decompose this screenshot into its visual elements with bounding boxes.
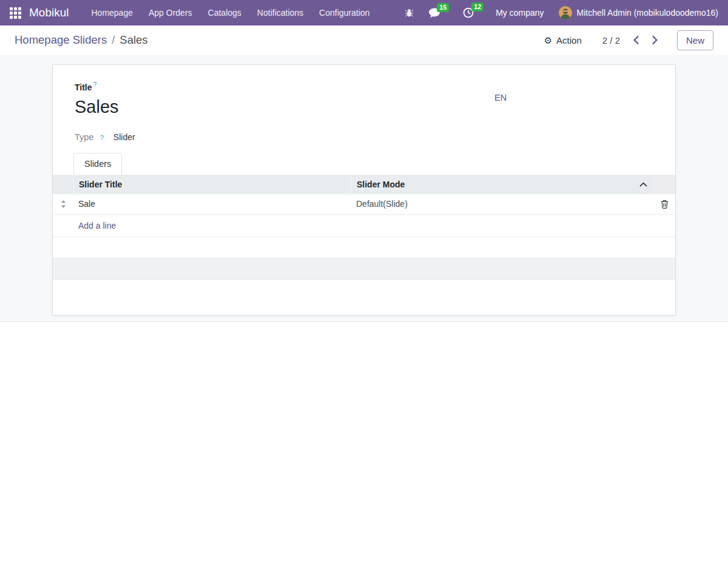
chevron-left-icon: [633, 36, 639, 44]
activities-count-badge: 12: [471, 2, 484, 12]
table-row[interactable]: Sale Default(Slide): [53, 194, 675, 215]
type-field-label: Type: [75, 132, 99, 142]
activities-menu: 12: [463, 7, 474, 18]
nav-item-homepage[interactable]: Homepage: [83, 0, 141, 25]
row-delete-cell: [653, 200, 675, 209]
empty-row: [53, 237, 675, 258]
user-avatar: [559, 6, 572, 19]
apps-menu-button[interactable]: [10, 7, 21, 19]
slider-mode-column-header[interactable]: Slider Mode: [351, 175, 633, 194]
nav-item-configuration[interactable]: Configuration: [311, 0, 377, 25]
user-name: Mitchell Admin (mobikulodoodemo16): [577, 8, 718, 18]
trash-icon: [661, 200, 669, 209]
type-field-value[interactable]: Slider: [113, 132, 135, 142]
title-field-label: Title: [75, 82, 92, 92]
translation-language-badge[interactable]: EN: [494, 93, 507, 103]
nav-item-notifications[interactable]: Notifications: [249, 0, 311, 25]
pager-previous-button[interactable]: [633, 36, 639, 44]
tab-sliders[interactable]: Sliders: [73, 153, 122, 175]
breadcrumb: Homepage Sliders / Sales: [15, 33, 148, 47]
apps-grid-icon: [10, 7, 21, 19]
table-footer-band: [53, 258, 675, 280]
sliders-table-header: Slider Title Slider Mode: [53, 175, 675, 194]
sliders-table: Slider Title Slider Mode: [53, 175, 675, 280]
add-a-line-link[interactable]: Add a line: [78, 221, 116, 230]
nav-item-app-orders[interactable]: App Orders: [141, 0, 200, 25]
title-field-block: Title? Sales: [53, 65, 675, 118]
action-label: Action: [556, 35, 582, 45]
delete-row-button[interactable]: [661, 200, 669, 209]
pager-next-button[interactable]: [652, 36, 658, 44]
drag-handle-icon: [61, 200, 66, 208]
handle-column-header: [53, 175, 73, 194]
breadcrumb-current: Sales: [120, 33, 147, 47]
debug-mode-button[interactable]: [405, 8, 414, 18]
bug-icon: [405, 8, 414, 18]
main-menu: Homepage App Orders Catalogs Notificatio…: [83, 0, 377, 25]
title-help-icon: ?: [93, 81, 97, 88]
messages-count-badge: 15: [437, 3, 449, 12]
type-help-icon: ?: [100, 134, 104, 141]
chevron-right-icon: [652, 36, 658, 44]
gear-icon: ⚙: [544, 36, 552, 45]
optional-columns-cell: [633, 175, 653, 194]
delete-column-header: [653, 175, 675, 194]
title-field-value[interactable]: Sales: [75, 97, 675, 117]
row-drag-handle[interactable]: [53, 200, 73, 208]
control-panel-right: ⚙ Action 2 / 2 New: [544, 30, 713, 50]
slider-title-column-header[interactable]: Slider Title: [73, 175, 351, 194]
content-area: Title? Sales EN Type? Slider Sliders Sli…: [0, 55, 728, 322]
pager-counter: 2 / 2: [602, 35, 620, 45]
top-navbar: Mobikul Homepage App Orders Catalogs Not…: [0, 0, 728, 25]
action-menu-button[interactable]: ⚙ Action: [544, 35, 582, 45]
add-line-row: Add a line: [53, 215, 675, 237]
user-menu[interactable]: Mitchell Admin (mobikulodoodemo16): [559, 6, 718, 19]
breadcrumb-separator: /: [112, 33, 115, 47]
company-switcher[interactable]: My company: [496, 8, 544, 18]
type-field-block: Type? Slider: [75, 132, 675, 142]
nav-item-catalogs[interactable]: Catalogs: [200, 0, 249, 25]
chevron-up-icon: [639, 182, 647, 187]
new-button[interactable]: New: [677, 30, 713, 50]
control-panel: Homepage Sliders / Sales ⚙ Action 2 / 2 …: [0, 25, 728, 55]
cell-slider-mode[interactable]: Default(Slide): [351, 199, 633, 209]
column-sort-toggle[interactable]: [639, 182, 647, 187]
brand[interactable]: Mobikul: [29, 6, 69, 19]
form-sheet: Title? Sales EN Type? Slider Sliders Sli…: [52, 64, 676, 315]
messages-menu: 15: [428, 8, 441, 18]
cell-slider-title[interactable]: Sale: [73, 199, 351, 209]
breadcrumb-parent-link[interactable]: Homepage Sliders: [15, 33, 107, 47]
